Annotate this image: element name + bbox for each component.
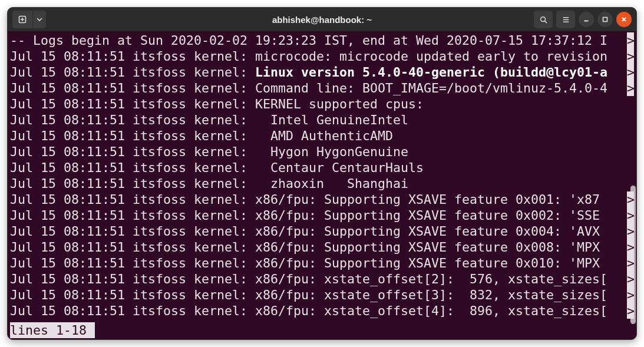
log-line: Jul 15 08:11:51 itsfoss kernel: zhaoxin … (10, 176, 634, 191)
log-line-text: Jul 15 08:11:51 itsfoss kernel: KERNEL s… (10, 96, 424, 112)
log-line: Jul 15 08:11:51 itsfoss kernel: x86/fpu:… (10, 303, 634, 319)
log-line-text: Jul 15 08:11:51 itsfoss kernel: x86/fpu:… (10, 239, 607, 255)
line-wrap-indicator: > (627, 239, 634, 255)
cursor (87, 323, 94, 338)
log-line-text: Jul 15 08:11:51 itsfoss kernel: x86/fpu:… (10, 287, 607, 303)
line-wrap-indicator: > (627, 48, 634, 64)
hamburger-menu-button[interactable] (556, 11, 575, 28)
log-line: Jul 15 08:11:51 itsfoss kernel: x86/fpu:… (10, 271, 634, 287)
line-wrap-indicator: > (627, 303, 634, 319)
terminal-viewport[interactable]: -- Logs begin at Sun 2020-02-02 19:23:23… (8, 31, 636, 339)
log-line-text: Jul 15 08:11:51 itsfoss kernel: Intel Ge… (10, 112, 408, 128)
log-line: Jul 15 08:11:51 itsfoss kernel: Centaur … (10, 160, 634, 176)
log-line-text: Jul 15 08:11:51 itsfoss kernel: Hygon Hy… (10, 144, 408, 160)
log-line-text: Jul 15 08:11:51 itsfoss kernel: Centaur … (10, 160, 424, 176)
log-line-text: Jul 15 08:11:51 itsfoss kernel: Linux ve… (10, 64, 607, 80)
log-line: Jul 15 08:11:51 itsfoss kernel: x86/fpu:… (10, 255, 634, 271)
line-wrap-indicator: > (627, 255, 634, 271)
log-line-text: Jul 15 08:11:51 itsfoss kernel: zhaoxin … (10, 176, 408, 191)
terminal-output: -- Logs begin at Sun 2020-02-02 19:23:23… (8, 31, 636, 319)
titlebar-right (534, 11, 632, 28)
log-line-text: Jul 15 08:11:51 itsfoss kernel: microcod… (10, 48, 607, 64)
close-icon (620, 16, 628, 23)
terminal-window: abhishek@handbook: ~ -- Logs begin at Su… (7, 7, 637, 340)
line-wrap-indicator: > (627, 191, 634, 207)
search-button[interactable] (534, 11, 553, 28)
minimize-icon (583, 16, 590, 23)
titlebar-left (12, 11, 46, 28)
log-line: Jul 15 08:11:51 itsfoss kernel: x86/fpu:… (10, 191, 634, 207)
log-line: Jul 15 08:11:51 itsfoss kernel: x86/fpu:… (10, 287, 634, 303)
log-line: Jul 15 08:11:51 itsfoss kernel: AMD Auth… (10, 128, 634, 144)
line-wrap-indicator: > (627, 80, 634, 96)
maximize-button[interactable] (597, 12, 613, 27)
line-wrap-indicator: > (627, 287, 634, 303)
titlebar: abhishek@handbook: ~ (8, 8, 636, 31)
new-tab-button[interactable] (12, 11, 32, 28)
line-wrap-indicator: > (627, 223, 634, 239)
log-line: Jul 15 08:11:51 itsfoss kernel: microcod… (10, 48, 634, 64)
log-line-text: Jul 15 08:11:51 itsfoss kernel: Command … (10, 80, 607, 96)
svg-rect-9 (603, 18, 607, 22)
minimize-button[interactable] (579, 12, 594, 27)
svg-line-4 (544, 21, 547, 23)
log-line: Jul 15 08:11:51 itsfoss kernel: x86/fpu:… (10, 223, 634, 239)
search-icon (539, 15, 548, 24)
log-line-text: Jul 15 08:11:51 itsfoss kernel: x86/fpu:… (10, 207, 607, 223)
log-line-text: Jul 15 08:11:51 itsfoss kernel: x86/fpu:… (10, 303, 607, 319)
pager-status-text: lines 1-18 (10, 323, 87, 338)
log-line: Jul 15 08:11:51 itsfoss kernel: Linux ve… (10, 64, 634, 80)
log-line: Jul 15 08:11:51 itsfoss kernel: KERNEL s… (10, 96, 634, 112)
log-line-text: -- Logs begin at Sun 2020-02-02 19:23:23… (10, 32, 607, 48)
hamburger-icon (562, 15, 570, 24)
line-wrap-indicator: > (627, 271, 634, 287)
log-line-text: Jul 15 08:11:51 itsfoss kernel: x86/fpu:… (10, 191, 607, 207)
log-line: Jul 15 08:11:51 itsfoss kernel: Hygon Hy… (10, 144, 634, 160)
line-wrap-indicator: > (627, 32, 634, 48)
new-tab-icon (18, 15, 27, 24)
new-tab-menu-button[interactable] (33, 11, 46, 28)
log-line: Jul 15 08:11:51 itsfoss kernel: Intel Ge… (10, 112, 634, 128)
log-line-text: Jul 15 08:11:51 itsfoss kernel: AMD Auth… (10, 128, 393, 144)
chevron-down-icon (37, 16, 42, 22)
log-line-text: Jul 15 08:11:51 itsfoss kernel: x86/fpu:… (10, 223, 607, 239)
log-line: Jul 15 08:11:51 itsfoss kernel: x86/fpu:… (10, 239, 634, 255)
line-wrap-indicator: > (627, 207, 634, 223)
log-line-text: Jul 15 08:11:51 itsfoss kernel: x86/fpu:… (10, 271, 607, 287)
log-line-text: Jul 15 08:11:51 itsfoss kernel: x86/fpu:… (10, 255, 607, 271)
close-button[interactable] (616, 12, 632, 27)
log-line: -- Logs begin at Sun 2020-02-02 19:23:23… (10, 32, 634, 48)
svg-point-3 (540, 16, 545, 21)
pager-status: lines 1-18 (10, 322, 95, 338)
log-line: Jul 15 08:11:51 itsfoss kernel: x86/fpu:… (10, 207, 634, 223)
log-line: Jul 15 08:11:51 itsfoss kernel: Command … (10, 80, 634, 96)
maximize-icon (602, 16, 609, 23)
line-wrap-indicator: > (627, 64, 634, 80)
